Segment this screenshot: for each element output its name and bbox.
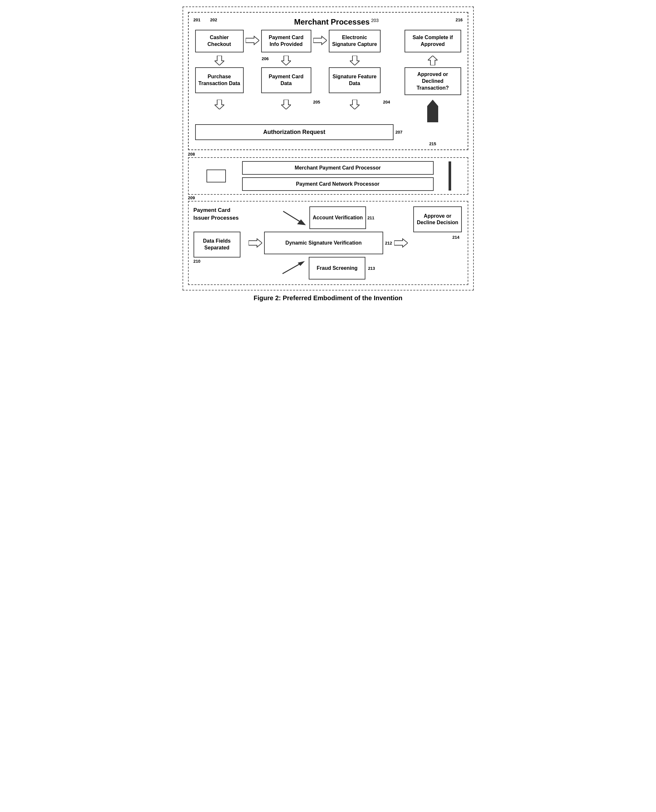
electronic-sig-box: Electronic Signature Capture <box>329 30 381 52</box>
ref-210: 210 <box>193 259 244 264</box>
ref-203: 203 <box>371 18 379 23</box>
ref-208: 208 <box>188 152 468 157</box>
payment-card-info-box: Payment Card Info Provided <box>261 30 311 52</box>
issuer-left-col: Payment Card Issuer Processes Data Field… <box>193 206 244 264</box>
up-arrow-approved <box>405 56 461 65</box>
ref-213: 213 <box>368 266 375 271</box>
ref-212: 212 <box>385 241 392 245</box>
svg-marker-15 <box>298 261 305 266</box>
ref-206-label: 206 <box>262 56 269 61</box>
ref-211: 211 <box>367 215 374 220</box>
approve-decline-box: Approve or Decline Decision <box>413 206 462 232</box>
svg-marker-4 <box>350 56 360 65</box>
auth-request-box: Authorization Request <box>195 124 393 140</box>
arrow-right-1 <box>246 36 259 46</box>
down-arrow-payment: 206 <box>261 56 311 65</box>
merchant-processes-title: Merchant Processes <box>294 17 370 26</box>
svg-marker-0 <box>246 36 259 45</box>
up-arrow-215 <box>405 100 461 122</box>
ref-214: 214 <box>452 235 460 240</box>
svg-line-14 <box>283 263 302 274</box>
diagram-outer: 201 202 Merchant Processes 203 216 Cashi… <box>183 6 474 290</box>
fraud-screening-box: Fraud Screening <box>309 257 365 279</box>
sale-complete-box: Sale Complete if Approved <box>405 30 461 52</box>
down-arrow-sig <box>329 100 381 110</box>
figure-caption: Figure 2: Preferred Embodiment of the In… <box>183 294 474 302</box>
merchant-section: 201 202 Merchant Processes 203 216 Cashi… <box>188 12 468 150</box>
arrow-right-2 <box>313 36 327 46</box>
vertical-arrow-bar <box>449 161 451 191</box>
processors-section: Merchant Payment Card Processor Payment … <box>188 157 468 195</box>
ref-202: 202 <box>210 17 217 22</box>
data-fields-box: Data Fields Separated <box>193 232 240 258</box>
cashier-checkout-box: Cashier Checkout <box>195 30 244 52</box>
approved-declined-box: Approved or Declined Transaction? <box>405 67 461 95</box>
payment-card-data-box: Payment Card Data <box>261 67 311 93</box>
purchase-transaction-box: Purchase Transaction Data <box>195 67 244 93</box>
issuer-section: Payment Card Issuer Processes Data Field… <box>188 201 468 285</box>
issuer-center-col: Account Verification 211 <box>249 206 408 279</box>
ref-216: 216 <box>456 17 463 22</box>
svg-marker-9 <box>427 100 438 122</box>
svg-marker-1 <box>313 36 327 45</box>
down-arrow-card-data <box>261 100 311 110</box>
svg-marker-13 <box>394 239 408 247</box>
svg-marker-5 <box>428 56 438 65</box>
svg-marker-2 <box>215 56 224 65</box>
svg-marker-6 <box>215 100 224 110</box>
merchant-processor-box: Merchant Payment Card Processor <box>242 161 434 175</box>
ref-209: 209 <box>188 195 468 200</box>
issuer-label: Payment Card Issuer Processes <box>193 206 244 222</box>
ref-204: 204 <box>383 100 390 105</box>
ref-205: 205 <box>313 100 327 105</box>
down-arrow-esig <box>329 56 381 65</box>
proc-left-box <box>206 170 226 182</box>
svg-marker-7 <box>281 100 291 110</box>
dynamic-sig-box: Dynamic Signature Verification <box>264 232 383 254</box>
account-verification-box: Account Verification <box>309 206 366 229</box>
ref-207: 207 <box>396 130 402 134</box>
signature-feature-box: Signature Feature Data <box>329 67 381 93</box>
ref-215-label: 215 <box>405 141 461 146</box>
down-arrow-cashier <box>195 56 244 65</box>
svg-marker-3 <box>281 56 291 65</box>
svg-marker-8 <box>350 100 360 110</box>
issuer-right-col: Approve or Decline Decision 214 <box>413 206 463 240</box>
svg-marker-12 <box>249 239 262 247</box>
network-processor-box: Payment Card Network Processor <box>242 177 434 191</box>
down-arrow-purchase <box>195 100 244 110</box>
ref-201: 201 <box>193 17 201 22</box>
page-container: 201 202 Merchant Processes 203 216 Cashi… <box>183 6 474 302</box>
